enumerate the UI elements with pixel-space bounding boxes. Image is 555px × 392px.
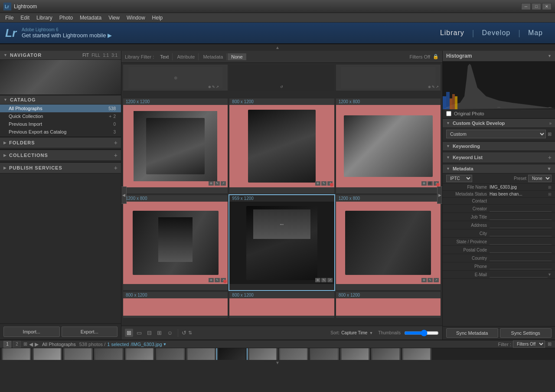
sort-value[interactable]: Capture Time	[341, 330, 367, 335]
window-controls[interactable]: ─ □ ✕	[521, 3, 552, 10]
metadata-scroll-icon[interactable]: ▼	[548, 272, 552, 277]
keywording-header[interactable]: ▼ Keywording	[443, 141, 555, 151]
menu-window[interactable]: Window	[123, 14, 149, 22]
film-thumb-14[interactable]	[402, 348, 431, 360]
view-survey-icon[interactable]: ⊞	[155, 329, 163, 337]
film-thumb-11[interactable]: ⊕ ✎ ↗ ⊞	[310, 348, 339, 360]
metadata-status-icon[interactable]: ⊞	[548, 192, 552, 196]
menu-file[interactable]: File	[2, 14, 17, 22]
bottom-arrow-icon[interactable]: ▼	[275, 360, 280, 365]
menu-metadata[interactable]: Metadata	[76, 14, 105, 22]
left-panel-collapse-arrow[interactable]: ◀	[121, 186, 127, 204]
zoom-fit[interactable]: FIT	[82, 53, 89, 58]
filter-metadata-btn[interactable]: Metadata	[199, 53, 227, 60]
city-input[interactable]	[490, 230, 552, 236]
film-thumb-10[interactable]: ⊕ ✎ ↗ ⊞	[279, 348, 308, 360]
menu-photo[interactable]: Photo	[56, 14, 76, 22]
tab-library[interactable]: Library	[433, 27, 471, 39]
histogram-header[interactable]: Histogram ▼	[443, 51, 555, 62]
view-loupe-icon[interactable]: ▭	[135, 329, 144, 337]
film-thumb-8-selected[interactable]: ⊕ ✎ ↗ ⊞	[217, 348, 247, 360]
page-2-button[interactable]: 2	[13, 341, 21, 348]
preset-expand-icon[interactable]: ⊞	[548, 131, 552, 137]
zoom-fill[interactable]: FILL	[91, 53, 100, 58]
grid-cell-top-1[interactable]: ⊕ ⊕✎↗	[123, 65, 228, 91]
grid-cell-2[interactable]: 800 x 1200 ⊕ ✎ ↗	[229, 98, 334, 193]
email-input[interactable]	[490, 271, 548, 278]
minimize-button[interactable]: ─	[521, 3, 531, 10]
film-thumb-3[interactable]: ⊕ ✎ ↗ ⊞	[63, 348, 93, 360]
grid-cell-3[interactable]: 1200 x 800 ⊕ ⬛ ↗	[336, 98, 441, 193]
menu-view[interactable]: View	[105, 14, 123, 22]
page-1-button[interactable]: 1	[3, 341, 11, 348]
keyword-list-header[interactable]: ▼ Keyword List +	[443, 152, 555, 163]
menu-help[interactable]: Help	[149, 14, 166, 22]
tab-map[interactable]: Map	[521, 27, 550, 39]
grid-cell-8[interactable]: 800 x 1200	[229, 292, 334, 318]
zoom-3-1[interactable]: 3:1	[111, 53, 118, 58]
iptc-select[interactable]: IPTC	[446, 175, 472, 182]
sync-settings-button[interactable]: Sync Settings	[500, 328, 552, 338]
file-name-copy-icon[interactable]: ⊞	[548, 185, 552, 189]
film-thumb-1[interactable]: ⊕ ✎ ↗ ⊞	[2, 348, 31, 360]
catalog-item-quick[interactable]: Quick Collection + 2	[0, 112, 121, 120]
publish-services-header[interactable]: ▶ Publish Services +	[0, 162, 121, 173]
grid-view-icon[interactable]: ⊞	[23, 341, 27, 347]
grid-cell-4[interactable]: 1200 x 800 ⊕ ✎ ↗	[123, 195, 228, 290]
film-thumb-6[interactable]: ⊕ ✎ ↗ ⊞	[156, 348, 185, 360]
export-button[interactable]: Export...	[62, 327, 118, 337]
grid-cell-6[interactable]: 1200 x 800 ⊕ ✎ ↗	[336, 195, 441, 290]
rotate-left-icon[interactable]: ↺	[182, 330, 186, 336]
keyword-list-add-icon[interactable]: +	[548, 154, 552, 161]
grid-cell-top-3[interactable]: ⊕✎↗	[336, 65, 441, 91]
filter-options-icon[interactable]: ⊞	[548, 341, 552, 347]
view-grid-icon[interactable]: ⊞	[125, 329, 133, 337]
folders-add-icon[interactable]: +	[114, 139, 118, 146]
folders-header[interactable]: ▶ Folders +	[0, 137, 121, 148]
bottom-center-arrow[interactable]: ▼	[0, 360, 555, 366]
top-panel-arrow[interactable]: ▲	[0, 44, 555, 51]
grid-cell-top-2[interactable]: ↺	[229, 65, 334, 91]
quick-develop-expand-icon[interactable]: »	[549, 121, 552, 126]
jobtitle-input[interactable]	[490, 214, 552, 220]
film-thumb-7[interactable]: ⊕ ✎ ↗ ⊞	[186, 348, 216, 360]
metadata-header[interactable]: ▼ Metadata ▼	[443, 164, 555, 173]
catalog-header[interactable]: ▼ Catalog	[0, 95, 121, 105]
filter-dropdown-bottom[interactable]: Filters Off	[513, 340, 545, 348]
grid-cell-5-selected[interactable]: 959 x 1200 ▪▪▪ ⊕ ✎ ↗	[229, 195, 334, 290]
menu-edit[interactable]: Edit	[17, 14, 33, 22]
thumbnail-slider[interactable]	[404, 330, 439, 336]
filter-attribute-btn[interactable]: Attribute	[173, 53, 199, 60]
original-photo-checkbox[interactable]	[446, 111, 451, 116]
creator-input[interactable]	[490, 206, 552, 212]
film-thumb-9[interactable]: ⊕ ✎ ↗ ⊞	[248, 348, 278, 360]
sort-arrows-icon[interactable]: ⇅	[188, 330, 192, 336]
mobile-link[interactable]: Get started with Lightroom mobile ▶	[22, 32, 112, 39]
collections-add-icon[interactable]: +	[114, 152, 118, 159]
grid-cell-7[interactable]: 800 x 1200	[123, 292, 228, 318]
film-thumb-13[interactable]: ⊕ ✎ ↗ ⊞	[371, 348, 401, 360]
import-button[interactable]: Import...	[3, 327, 60, 337]
grid-cell-9[interactable]: 800 x 1200	[336, 292, 441, 318]
zoom-1-1[interactable]: 1:1	[103, 53, 109, 58]
metadata-options-icon[interactable]: ▼	[547, 166, 552, 171]
publish-add-icon[interactable]: +	[114, 164, 118, 171]
tab-develop[interactable]: Develop	[475, 27, 517, 39]
film-thumb-4[interactable]: ⊕ ✎ ↗ ⊞	[94, 348, 124, 360]
catalog-item-prev-export[interactable]: Previous Export as Catalog 3	[0, 128, 121, 136]
maximize-button[interactable]: □	[532, 3, 541, 10]
film-thumb-12[interactable]: ⊕ ✎ ↗ ⊞	[340, 348, 370, 360]
address-input[interactable]	[490, 222, 552, 228]
view-compare-icon[interactable]: ⊟	[145, 329, 153, 337]
nav-prev-icon[interactable]: ◀	[29, 341, 33, 347]
grid-cell-1[interactable]: 1200 x 1200 ⊕ ✎ ↗	[123, 98, 228, 193]
menu-library[interactable]: Library	[33, 14, 56, 22]
filter-text-btn[interactable]: Text	[157, 53, 173, 60]
view-people-icon[interactable]: ☺	[165, 329, 174, 337]
film-thumb-2[interactable]: ⊕ ✎ ↗ ⊞	[33, 348, 62, 360]
navigator-header[interactable]: ▼ Navigator FIT FILL 1:1 3:1	[0, 51, 121, 60]
quick-develop-header[interactable]: ▼ Custom Quick Develop »	[443, 118, 555, 128]
phone-input[interactable]	[490, 263, 552, 269]
nav-next-icon[interactable]: ▶	[35, 341, 39, 347]
catalog-item-all[interactable]: All Photographs 538	[0, 105, 121, 112]
